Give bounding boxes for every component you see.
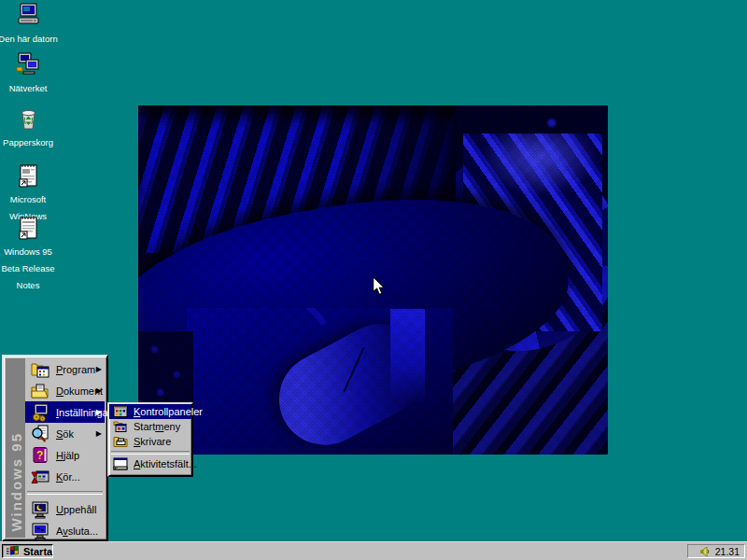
submenu-item-label: Kontrollpaneler	[134, 406, 203, 417]
start-button[interactable]: Starta	[2, 544, 53, 558]
shutdown-icon	[31, 522, 49, 540]
desktop-icon-beta-notes[interactable]: Windows 95 Beta Release Notes	[0, 216, 58, 292]
start-menu-folder-icon	[113, 419, 128, 434]
desktop-icon-my-computer[interactable]: Den här datorn	[0, 3, 58, 46]
programs-icon	[31, 360, 49, 379]
taskbar-properties-icon	[113, 456, 128, 471]
printers-folder-icon	[113, 434, 128, 449]
settings-submenu: Kontrollpaneler Startmeny	[107, 402, 193, 477]
control-panel-icon	[113, 404, 128, 419]
start-menu-item-dokument[interactable]: Dokument ▶	[25, 380, 105, 401]
start-menu-item-uppehall[interactable]: Uppehåll	[25, 498, 105, 520]
mouse-cursor	[372, 276, 386, 301]
menu-item-label: Avsluta...	[56, 525, 98, 537]
start-menu-item-installningar[interactable]: Inställningar ▶	[25, 401, 105, 423]
submenu-arrow-icon: ▶	[96, 409, 102, 416]
start-menu-sidebar: Windows 95	[6, 358, 25, 538]
submenu-separator	[109, 449, 191, 456]
taskbar-clock[interactable]: 21.31	[715, 546, 740, 557]
desktop-icon-label: Nätverket	[9, 83, 48, 93]
submenu-item-label: Startmeny	[134, 421, 180, 432]
desktop-icon-recycle-bin[interactable]: Papperskorg	[0, 106, 58, 149]
menu-item-label: Uppehåll	[56, 504, 96, 515]
desktop-icon-label: Den här datorn	[0, 34, 58, 44]
desktop-icon-winnews[interactable]: Microsoft WinNews	[0, 163, 58, 223]
desktop-icon-label: Windows 95 Beta Release Notes	[1, 246, 54, 290]
network-icon	[16, 52, 41, 77]
start-menu-separator	[25, 487, 105, 498]
submenu-arrow-icon: ▶	[96, 430, 102, 438]
recycle-bin-icon	[16, 106, 41, 131]
start-menu-item-kor[interactable]: Kör...	[25, 466, 105, 487]
windows-flag-icon	[7, 543, 21, 560]
start-button-label: Starta	[23, 546, 52, 557]
svg-text:?: ?	[36, 449, 43, 462]
taskbar: Starta 21.31	[0, 541, 747, 560]
desktop: Den här datorn Nätverket	[0, 0, 747, 560]
menu-item-label: Kör...	[56, 471, 80, 483]
submenu-item-startmeny[interactable]: Startmeny	[109, 419, 191, 434]
notes-document-icon	[16, 163, 41, 188]
start-menu-item-program[interactable]: Program ▶	[25, 358, 105, 380]
documents-icon	[31, 382, 49, 400]
suspend-icon	[31, 500, 49, 519]
my-computer-icon	[16, 3, 41, 27]
run-icon	[31, 468, 49, 486]
desktop-icon-network[interactable]: Nätverket	[0, 52, 58, 95]
system-tray[interactable]: 21.31	[687, 544, 745, 558]
settings-icon	[31, 403, 49, 422]
menu-item-label: Inställningar	[56, 407, 111, 418]
submenu-item-skrivare[interactable]: Skrivare	[109, 434, 191, 449]
submenu-item-aktivitetsfalt[interactable]: Aktivitetsfält...	[109, 456, 191, 471]
menu-item-label: Hjälp	[56, 450, 79, 461]
start-menu-sidebar-text: Windows 95	[7, 432, 23, 532]
help-icon: ?	[31, 446, 49, 465]
start-menu-item-avsluta[interactable]: Avsluta...	[25, 520, 105, 541]
start-menu-item-sok[interactable]: Sök ▶	[25, 423, 105, 444]
submenu-arrow-icon: ▶	[96, 387, 102, 395]
start-menu-item-hjalp[interactable]: ? Hjälp	[25, 444, 105, 466]
notes-document-icon	[16, 216, 41, 240]
menu-item-label: Program	[56, 364, 95, 375]
find-icon	[31, 425, 49, 443]
start-menu-items: Program ▶ Dokument ▶	[25, 358, 105, 538]
submenu-arrow-icon: ▶	[96, 366, 102, 373]
submenu-item-kontrollpaneler[interactable]: Kontrollpaneler	[109, 404, 191, 419]
volume-speaker-icon[interactable]	[699, 543, 711, 560]
submenu-item-label: Aktivitetsfält...	[134, 458, 197, 469]
desktop-icon-label: Papperskorg	[3, 137, 53, 147]
start-menu: Windows 95 Program ▶	[2, 355, 108, 541]
menu-item-label: Sök	[56, 428, 74, 440]
submenu-item-label: Skrivare	[134, 436, 171, 447]
